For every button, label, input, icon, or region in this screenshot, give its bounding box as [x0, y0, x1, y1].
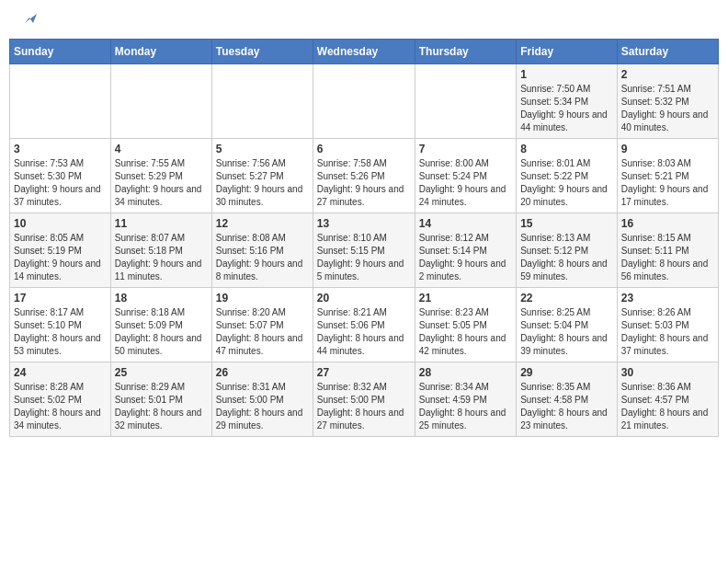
- calendar-cell: [313, 64, 415, 139]
- day-number: 27: [317, 366, 411, 379]
- day-number: 15: [520, 217, 613, 230]
- calendar-cell: 3Sunrise: 7:53 AM Sunset: 5:30 PM Daylig…: [10, 139, 111, 213]
- weekday-header-row: SundayMondayTuesdayWednesdayThursdayFrid…: [10, 40, 719, 64]
- calendar-cell: 6Sunrise: 7:58 AM Sunset: 5:26 PM Daylig…: [313, 139, 415, 213]
- day-number: 10: [14, 217, 107, 230]
- calendar-cell: 18Sunrise: 8:18 AM Sunset: 5:09 PM Dayli…: [110, 288, 211, 362]
- calendar-cell: 8Sunrise: 8:01 AM Sunset: 5:22 PM Daylig…: [517, 139, 618, 213]
- day-info: Sunrise: 8:10 AM Sunset: 5:15 PM Dayligh…: [317, 232, 411, 283]
- day-number: 24: [14, 366, 107, 379]
- calendar-cell: 20Sunrise: 8:21 AM Sunset: 5:06 PM Dayli…: [313, 288, 415, 362]
- calendar-cell: 13Sunrise: 8:10 AM Sunset: 5:15 PM Dayli…: [313, 213, 415, 288]
- day-info: Sunrise: 8:34 AM Sunset: 4:59 PM Dayligh…: [419, 381, 512, 432]
- calendar-cell: 5Sunrise: 7:56 AM Sunset: 5:27 PM Daylig…: [211, 139, 313, 213]
- day-number: 1: [520, 68, 613, 81]
- calendar-cell: 10Sunrise: 8:05 AM Sunset: 5:19 PM Dayli…: [10, 213, 111, 288]
- day-info: Sunrise: 8:03 AM Sunset: 5:21 PM Dayligh…: [621, 157, 714, 209]
- calendar-cell: 14Sunrise: 8:12 AM Sunset: 5:14 PM Dayli…: [415, 213, 516, 288]
- weekday-header-monday: Monday: [110, 40, 211, 64]
- calendar-cell: 2Sunrise: 7:51 AM Sunset: 5:32 PM Daylig…: [617, 64, 718, 139]
- day-info: Sunrise: 8:36 AM Sunset: 4:57 PM Dayligh…: [621, 381, 714, 432]
- calendar-week-2: 3Sunrise: 7:53 AM Sunset: 5:30 PM Daylig…: [10, 139, 719, 213]
- day-number: 26: [216, 366, 309, 379]
- day-number: 25: [115, 366, 208, 379]
- day-info: Sunrise: 8:00 AM Sunset: 5:24 PM Dayligh…: [419, 157, 512, 209]
- calendar-cell: 24Sunrise: 8:28 AM Sunset: 5:02 PM Dayli…: [10, 362, 111, 437]
- day-info: Sunrise: 8:31 AM Sunset: 5:00 PM Dayligh…: [216, 381, 309, 432]
- calendar-table: SundayMondayTuesdayWednesdayThursdayFrid…: [9, 39, 719, 437]
- weekday-header-wednesday: Wednesday: [313, 40, 415, 64]
- calendar-week-1: 1Sunrise: 7:50 AM Sunset: 5:34 PM Daylig…: [10, 64, 719, 139]
- calendar-cell: 4Sunrise: 7:55 AM Sunset: 5:29 PM Daylig…: [110, 139, 211, 213]
- day-info: Sunrise: 8:17 AM Sunset: 5:10 PM Dayligh…: [14, 306, 107, 358]
- day-number: 23: [621, 292, 714, 304]
- day-number: 30: [621, 366, 714, 379]
- day-info: Sunrise: 8:20 AM Sunset: 5:07 PM Dayligh…: [216, 306, 309, 358]
- day-number: 5: [216, 143, 309, 155]
- calendar-cell: 11Sunrise: 8:07 AM Sunset: 5:18 PM Dayli…: [110, 213, 211, 288]
- day-number: 29: [520, 366, 613, 379]
- header: [9, 9, 719, 31]
- calendar-cell: 26Sunrise: 8:31 AM Sunset: 5:00 PM Dayli…: [211, 362, 313, 437]
- day-info: Sunrise: 8:12 AM Sunset: 5:14 PM Dayligh…: [419, 232, 512, 283]
- calendar-cell: 28Sunrise: 8:34 AM Sunset: 4:59 PM Dayli…: [415, 362, 516, 437]
- calendar-cell: 30Sunrise: 8:36 AM Sunset: 4:57 PM Dayli…: [617, 362, 718, 437]
- calendar-week-4: 17Sunrise: 8:17 AM Sunset: 5:10 PM Dayli…: [10, 288, 719, 362]
- day-number: 17: [14, 292, 107, 304]
- calendar-cell: 1Sunrise: 7:50 AM Sunset: 5:34 PM Daylig…: [517, 64, 618, 139]
- calendar-cell: 25Sunrise: 8:29 AM Sunset: 5:01 PM Dayli…: [110, 362, 211, 437]
- day-info: Sunrise: 8:05 AM Sunset: 5:19 PM Dayligh…: [14, 232, 107, 283]
- day-info: Sunrise: 7:58 AM Sunset: 5:26 PM Dayligh…: [317, 157, 411, 209]
- day-info: Sunrise: 8:18 AM Sunset: 5:09 PM Dayligh…: [115, 306, 208, 358]
- day-info: Sunrise: 7:55 AM Sunset: 5:29 PM Dayligh…: [115, 157, 208, 209]
- logo-bird-icon: [20, 10, 37, 27]
- day-number: 4: [115, 143, 208, 155]
- day-info: Sunrise: 8:32 AM Sunset: 5:00 PM Dayligh…: [317, 381, 411, 432]
- calendar-cell: 29Sunrise: 8:35 AM Sunset: 4:58 PM Dayli…: [517, 362, 618, 437]
- calendar-cell: 19Sunrise: 8:20 AM Sunset: 5:07 PM Dayli…: [211, 288, 313, 362]
- day-number: 20: [317, 292, 411, 304]
- day-info: Sunrise: 8:25 AM Sunset: 5:04 PM Dayligh…: [520, 306, 613, 358]
- day-number: 28: [419, 366, 512, 379]
- day-info: Sunrise: 7:51 AM Sunset: 5:32 PM Dayligh…: [621, 83, 714, 134]
- calendar-cell: [415, 64, 516, 139]
- calendar-cell: [110, 64, 211, 139]
- day-number: 19: [216, 292, 309, 304]
- day-number: 6: [317, 143, 411, 155]
- calendar-cell: 16Sunrise: 8:15 AM Sunset: 5:11 PM Dayli…: [617, 213, 718, 288]
- day-number: 7: [419, 143, 512, 155]
- day-number: 16: [621, 217, 714, 230]
- day-number: 3: [14, 143, 107, 155]
- calendar-cell: 23Sunrise: 8:26 AM Sunset: 5:03 PM Dayli…: [617, 288, 718, 362]
- logo: [18, 14, 37, 27]
- weekday-header-saturday: Saturday: [617, 40, 718, 64]
- weekday-header-thursday: Thursday: [415, 40, 516, 64]
- day-number: 9: [621, 143, 714, 155]
- day-info: Sunrise: 8:23 AM Sunset: 5:05 PM Dayligh…: [419, 306, 512, 358]
- day-info: Sunrise: 8:01 AM Sunset: 5:22 PM Dayligh…: [520, 157, 613, 209]
- calendar-cell: 21Sunrise: 8:23 AM Sunset: 5:05 PM Dayli…: [415, 288, 516, 362]
- day-info: Sunrise: 7:56 AM Sunset: 5:27 PM Dayligh…: [216, 157, 309, 209]
- calendar-cell: 12Sunrise: 8:08 AM Sunset: 5:16 PM Dayli…: [211, 213, 313, 288]
- day-number: 14: [419, 217, 512, 230]
- day-info: Sunrise: 8:07 AM Sunset: 5:18 PM Dayligh…: [115, 232, 208, 283]
- svg-marker-0: [25, 14, 37, 23]
- day-info: Sunrise: 8:21 AM Sunset: 5:06 PM Dayligh…: [317, 306, 411, 358]
- weekday-header-sunday: Sunday: [10, 40, 111, 64]
- weekday-header-tuesday: Tuesday: [211, 40, 313, 64]
- day-number: 11: [115, 217, 208, 230]
- calendar-cell: 9Sunrise: 8:03 AM Sunset: 5:21 PM Daylig…: [617, 139, 718, 213]
- day-info: Sunrise: 7:50 AM Sunset: 5:34 PM Dayligh…: [520, 83, 613, 134]
- day-number: 13: [317, 217, 411, 230]
- day-info: Sunrise: 8:28 AM Sunset: 5:02 PM Dayligh…: [14, 381, 107, 432]
- calendar-cell: 17Sunrise: 8:17 AM Sunset: 5:10 PM Dayli…: [10, 288, 111, 362]
- day-info: Sunrise: 7:53 AM Sunset: 5:30 PM Dayligh…: [14, 157, 107, 209]
- weekday-header-friday: Friday: [517, 40, 618, 64]
- calendar-cell: 7Sunrise: 8:00 AM Sunset: 5:24 PM Daylig…: [415, 139, 516, 213]
- day-number: 2: [621, 68, 714, 81]
- calendar-cell: 27Sunrise: 8:32 AM Sunset: 5:00 PM Dayli…: [313, 362, 415, 437]
- day-info: Sunrise: 8:08 AM Sunset: 5:16 PM Dayligh…: [216, 232, 309, 283]
- day-info: Sunrise: 8:15 AM Sunset: 5:11 PM Dayligh…: [621, 232, 714, 283]
- calendar-cell: 15Sunrise: 8:13 AM Sunset: 5:12 PM Dayli…: [517, 213, 618, 288]
- day-number: 21: [419, 292, 512, 304]
